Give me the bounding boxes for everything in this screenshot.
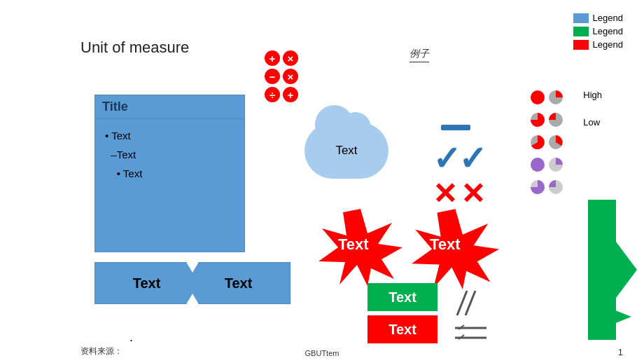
footer-source: 资料来源： — [80, 345, 122, 357]
pie-small-slice — [548, 135, 564, 150]
checkmark-2: ✓ — [458, 139, 486, 178]
pie-full-red — [530, 90, 545, 105]
slash-marks — [451, 287, 490, 322]
xmark-1: ✕ — [433, 177, 457, 211]
svg-marker-19 — [593, 303, 631, 331]
bullet-1: • Text — [105, 126, 234, 145]
pie-purple-full — [530, 157, 545, 172]
legend-box-blue — [573, 13, 589, 23]
math-plus: + — [265, 50, 280, 66]
svg-line-2 — [457, 291, 467, 315]
bullet-3: • Text — [105, 164, 234, 183]
cloud: Text — [304, 123, 388, 179]
legend-item-3: Legend — [573, 39, 623, 50]
pie-half — [548, 90, 564, 105]
legend-box-green — [573, 27, 589, 36]
content-box: Title • Text –Text • Text — [94, 95, 245, 252]
legend-label-3: Legend — [593, 39, 623, 50]
legend-area: Legend Legend Legend — [573, 13, 623, 50]
cloud-shape: Text — [304, 123, 388, 179]
starburst-right: Text — [412, 209, 499, 292]
box-content: • Text –Text • Text — [95, 119, 244, 190]
pie-purple-3q — [530, 179, 545, 195]
legend-label-1: Legend — [593, 13, 623, 23]
pie-purple-half — [548, 157, 564, 172]
blue-dash — [441, 125, 470, 130]
legend-box-red — [573, 40, 589, 50]
green-arrow-small — [593, 303, 631, 334]
bullet-2: –Text — [105, 145, 234, 164]
legend-item-1: Legend — [573, 13, 623, 23]
svg-point-8 — [531, 90, 545, 104]
pie-column — [530, 90, 564, 198]
box-title: Title — [95, 95, 244, 119]
starburst-right-text: Text — [430, 235, 461, 254]
math-minus: − — [265, 69, 280, 84]
chevron-left: Text — [94, 262, 199, 304]
legend-item-2: Legend — [573, 26, 623, 36]
high-low-labels: High Low — [583, 90, 602, 128]
footer-center: GBUTtem — [305, 349, 340, 357]
footer-dot: · — [130, 333, 133, 348]
xmark-2: ✕ — [461, 177, 485, 211]
red-textbox: Text — [368, 315, 438, 343]
math-divide: ÷ — [265, 87, 280, 102]
reizi-label: 例子 — [410, 48, 429, 62]
svg-point-14 — [531, 158, 545, 172]
footer-page-number: 1 — [618, 347, 623, 357]
chevron-row: Text Text — [94, 262, 290, 304]
pie-quarter — [548, 112, 564, 128]
svg-line-3 — [465, 291, 475, 315]
starburst-left-text: Text — [338, 235, 369, 254]
high-label: High — [583, 90, 602, 100]
double-dash-marks — [451, 320, 490, 354]
legend-label-2: Legend — [593, 26, 623, 36]
page-title: Unit of measure — [80, 39, 189, 57]
math-plus-bottom: + — [283, 87, 298, 102]
math-times-top: × — [283, 50, 298, 66]
green-textbox: Text — [368, 283, 438, 311]
starburst-left: Text — [318, 209, 402, 289]
math-times-bottom: × — [283, 69, 298, 84]
pie-twothird — [530, 135, 545, 150]
pie-purple-q — [548, 179, 564, 195]
pie-3quarter — [530, 112, 545, 128]
cloud-text: Text — [335, 144, 357, 158]
low-label: Low — [583, 117, 602, 128]
checkmark-1: ✓ — [433, 139, 461, 178]
chevron-right: Text — [186, 262, 290, 304]
